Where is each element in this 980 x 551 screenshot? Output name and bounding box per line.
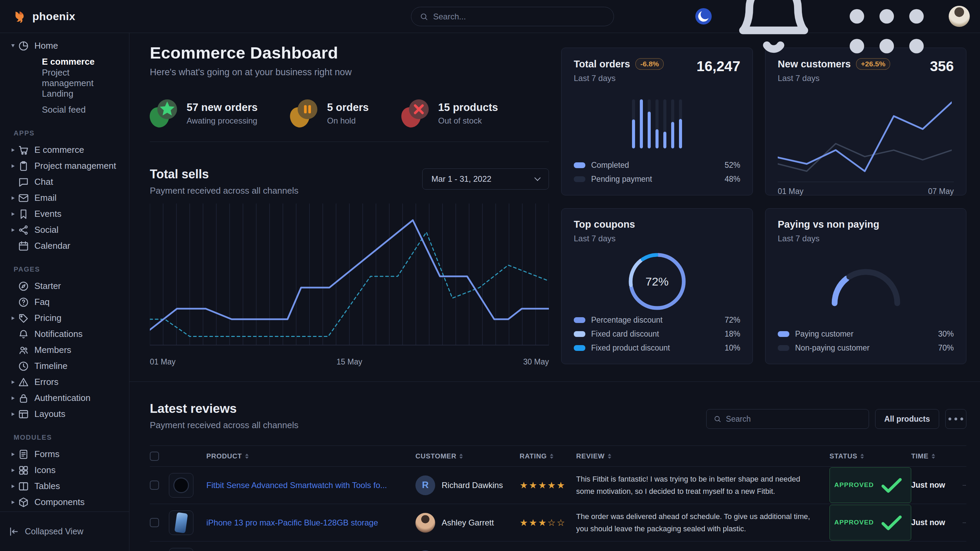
total-orders-card: Total orders -6.8% Last 7 days 16,247 Co… <box>561 48 753 195</box>
stat-new-orders: 57 new orders Awating processing <box>150 99 258 127</box>
collapse-left-icon <box>8 526 20 537</box>
sort-icon <box>932 454 935 459</box>
moon-icon <box>695 8 712 24</box>
sidebar-item-members[interactable]: Members <box>8 342 122 358</box>
table-icon <box>18 481 29 492</box>
select-all-checkbox[interactable] <box>150 452 159 461</box>
topbar-actions <box>695 0 970 67</box>
all-products-button[interactable]: All products <box>875 409 939 429</box>
search-icon <box>713 415 722 423</box>
stat-value: 15 products <box>438 102 498 114</box>
sidebar-item-social[interactable]: Social <box>8 222 122 238</box>
sidebar-item-events[interactable]: Events <box>8 206 122 222</box>
column-header-product[interactable]: PRODUCT <box>206 452 415 460</box>
column-header-customer[interactable]: CUSTOMER <box>415 452 520 460</box>
global-search[interactable] <box>411 7 614 26</box>
total-orders-legend: Completed 52% Pending payment 48% <box>574 158 740 186</box>
compass-icon <box>18 280 29 292</box>
row-menu-button[interactable] <box>962 483 966 487</box>
table-header-row: PRODUCT CUSTOMER RATING REVIEW STATUS TI… <box>150 446 966 467</box>
card-title: Total orders <box>574 59 630 70</box>
avatar[interactable]: R <box>415 475 435 495</box>
sidebar-item-home[interactable]: Home <box>8 38 122 54</box>
bell-icon <box>722 0 825 67</box>
column-header-time[interactable]: TIME <box>911 452 962 460</box>
envelope-icon <box>18 192 29 204</box>
row-checkbox[interactable] <box>150 518 159 527</box>
apps-menu-button[interactable] <box>835 0 938 67</box>
bookmark-icon <box>18 208 29 220</box>
sidebar-item-calendar[interactable]: Calendar <box>8 238 122 254</box>
brand-logo[interactable]: phoenix <box>13 9 75 24</box>
avatar[interactable] <box>415 513 435 533</box>
sidebar-item-starter[interactable]: Starter <box>8 278 122 294</box>
page-subtitle: Here's what's going on at your business … <box>150 67 549 78</box>
product-thumbnail-iphone[interactable] <box>169 510 193 535</box>
sidebar-item-forms[interactable]: Forms <box>8 446 122 462</box>
column-header-rating[interactable]: RATING <box>520 452 576 460</box>
sidebar-item-components[interactable]: Components <box>8 494 122 510</box>
stat-out-of-stock: 15 products Out of stock <box>401 99 498 127</box>
row-menu-button[interactable] <box>962 521 966 525</box>
sidebar-item-home-social-feed[interactable]: Social feed <box>8 102 122 118</box>
legend-swatch <box>574 345 585 351</box>
user-avatar[interactable] <box>949 6 970 27</box>
sidebar-item-faq[interactable]: Faq <box>8 294 122 310</box>
legend-swatch <box>574 176 585 182</box>
file-text-icon <box>18 449 29 460</box>
sidebar-item-pricing[interactable]: Pricing <box>8 310 122 326</box>
product-thumbnail-smartwatch[interactable] <box>169 473 193 497</box>
reviews-search-input[interactable] <box>726 414 862 424</box>
reviews-search[interactable] <box>706 409 869 429</box>
sidebar-item-project-management[interactable]: Project management <box>8 158 122 174</box>
sort-icon <box>245 454 248 459</box>
product-thumbnail[interactable] <box>169 548 193 551</box>
sidebar-item-authentication[interactable]: Authentication <box>8 390 122 406</box>
product-link[interactable]: Fitbit Sense Advanced Smartwatch with To… <box>206 481 415 490</box>
caret-right-icon <box>8 413 18 416</box>
caret-right-icon <box>8 453 18 456</box>
clock-icon <box>18 360 29 372</box>
ellipsis-icon <box>962 521 966 525</box>
nine-dots-icon <box>835 0 938 67</box>
brand-name: phoenix <box>32 10 75 23</box>
caret-right-icon <box>8 212 18 216</box>
sidebar-item-icons[interactable]: Icons <box>8 462 122 478</box>
top-coupons-card: Top coupons Last 7 days 72% Percentage d… <box>561 208 753 364</box>
date-range-select[interactable]: Mar 1 - 31, 2022 <box>422 168 549 190</box>
global-search-input[interactable] <box>433 12 605 21</box>
sidebar-item-layouts[interactable]: Layouts <box>8 406 122 422</box>
bell-icon <box>18 329 29 340</box>
status-badge: APPROVED <box>829 467 911 503</box>
sidebar-item-timeline[interactable]: Timeline <box>8 358 122 374</box>
cart-icon <box>18 144 29 156</box>
sidebar-item-home-project-management[interactable]: Project management <box>8 70 122 86</box>
column-header-review[interactable]: REVIEW <box>576 452 829 460</box>
sidebar-item-tables[interactable]: Tables <box>8 478 122 494</box>
total-sells-header: Total sells Payment received across all … <box>150 167 549 196</box>
table-row-partial <box>150 541 966 551</box>
notifications-button[interactable] <box>722 0 825 67</box>
ellipsis-icon <box>946 409 966 429</box>
theme-toggle-button[interactable] <box>695 8 712 24</box>
customer-cell: R Richard Dawkins <box>415 475 520 495</box>
sidebar-item-email[interactable]: Email <box>8 190 122 206</box>
reviews-menu-button[interactable] <box>945 409 966 429</box>
row-checkbox[interactable] <box>150 481 159 490</box>
collapse-sidebar-button[interactable]: Collapsed View <box>0 511 129 551</box>
sidebar-item-chat[interactable]: Chat <box>8 174 122 190</box>
status-badge: APPROVED <box>829 505 911 540</box>
product-link[interactable]: iPhone 13 pro max-Pacific Blue-128GB sto… <box>206 518 415 527</box>
x-mark-icon <box>401 99 429 127</box>
rating-stars: ★★★★★ <box>520 480 576 491</box>
caret-right-icon <box>8 316 18 320</box>
column-header-status[interactable]: STATUS <box>829 452 911 460</box>
total-sells-title: Total sells <box>150 167 298 181</box>
caret-right-icon <box>8 229 18 232</box>
search-icon <box>420 12 428 21</box>
sidebar-item-notifications[interactable]: Notifications <box>8 326 122 342</box>
sidebar-section-pages: PAGES <box>14 265 122 273</box>
sidebar-item-errors[interactable]: Errors <box>8 374 122 390</box>
caret-right-icon <box>8 148 18 152</box>
sidebar-item-ecommerce[interactable]: E commerce <box>8 142 122 158</box>
